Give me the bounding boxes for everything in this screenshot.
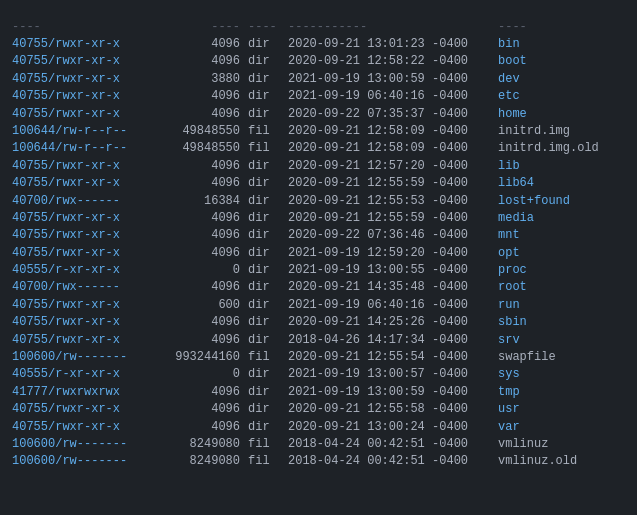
table-row: 40755/rwxr-xr-x 600 dir 2021-09-19 06:40… <box>12 297 625 314</box>
table-row: 40755/rwxr-xr-x 4096 dir 2020-09-21 12:5… <box>12 53 625 70</box>
col-modified: 2018-04-24 00:42:51 -0400 <box>288 453 498 470</box>
col-modified: 2020-09-21 12:55:59 -0400 <box>288 210 498 227</box>
col-name: root <box>498 279 527 296</box>
col-type: dir <box>248 262 288 279</box>
col-modified: 2020-09-21 12:58:22 -0400 <box>288 53 498 70</box>
col-mode: 40755/rwxr-xr-x <box>12 210 160 227</box>
col-mode: 40555/r-xr-xr-x <box>12 366 160 383</box>
col-name: bin <box>498 36 520 53</box>
col-modified: 2018-04-24 00:42:51 -0400 <box>288 436 498 453</box>
col-size: 8249080 <box>160 436 248 453</box>
col-name: var <box>498 419 520 436</box>
col-modified: 2020-09-21 14:35:48 -0400 <box>288 279 498 296</box>
col-mode: 40755/rwxr-xr-x <box>12 175 160 192</box>
table-row: 100644/rw-r--r-- 49848550 fil 2020-09-21… <box>12 123 625 140</box>
table-row: 100600/rw------- 993244160 fil 2020-09-2… <box>12 349 625 366</box>
col-mode: 40755/rwxr-xr-x <box>12 227 160 244</box>
col-type: dir <box>248 279 288 296</box>
col-size: 4096 <box>160 245 248 262</box>
col-size: 0 <box>160 262 248 279</box>
col-size: 4096 <box>160 88 248 105</box>
col-mode: 40755/rwxr-xr-x <box>12 158 160 175</box>
col-size: 4096 <box>160 332 248 349</box>
col-modified: 2020-09-21 14:25:26 -0400 <box>288 314 498 331</box>
col-mode: 40555/r-xr-xr-x <box>12 262 160 279</box>
col-mode: 40700/rwx------ <box>12 193 160 210</box>
col-modified: 2020-09-21 12:55:58 -0400 <box>288 401 498 418</box>
col-modified: 2021-09-19 13:00:55 -0400 <box>288 262 498 279</box>
table-row: 40755/rwxr-xr-x 4096 dir 2020-09-22 07:3… <box>12 227 625 244</box>
col-size: 8249080 <box>160 453 248 470</box>
col-type: dir <box>248 175 288 192</box>
col-mode: 40700/rwx------ <box>12 279 160 296</box>
table-row: 40700/rwx------ 16384 dir 2020-09-21 12:… <box>12 193 625 210</box>
col-size: 4096 <box>160 106 248 123</box>
col-name: media <box>498 210 534 227</box>
col-name: srv <box>498 332 520 349</box>
col-size: 3880 <box>160 71 248 88</box>
terminal: ---- ---- ---- ----------- ---- 40755/rw… <box>12 10 625 505</box>
col-type: dir <box>248 419 288 436</box>
col-modified: 2021-09-19 13:00:57 -0400 <box>288 366 498 383</box>
col-name: vmlinuz <box>498 436 548 453</box>
col-name: etc <box>498 88 520 105</box>
col-mode: 100644/rw-r--r-- <box>12 140 160 157</box>
col-type: fil <box>248 140 288 157</box>
table-row: 40555/r-xr-xr-x 0 dir 2021-09-19 13:00:5… <box>12 366 625 383</box>
col-mode: 40755/rwxr-xr-x <box>12 401 160 418</box>
col-name: sbin <box>498 314 527 331</box>
divider-line: ---- ---- ---- ----------- ---- <box>12 20 625 34</box>
table-row: 40755/rwxr-xr-x 4096 dir 2020-09-21 12:5… <box>12 210 625 227</box>
col-modified: 2020-09-21 12:58:09 -0400 <box>288 123 498 140</box>
table-row: 40755/rwxr-xr-x 4096 dir 2020-09-22 07:3… <box>12 106 625 123</box>
col-modified: 2020-09-21 13:00:24 -0400 <box>288 419 498 436</box>
col-mode: 40755/rwxr-xr-x <box>12 36 160 53</box>
file-table: 40755/rwxr-xr-x 4096 dir 2020-09-21 13:0… <box>12 36 625 471</box>
col-mode: 40755/rwxr-xr-x <box>12 314 160 331</box>
col-type: fil <box>248 123 288 140</box>
col-name: dev <box>498 71 520 88</box>
col-name: run <box>498 297 520 314</box>
col-modified: 2020-09-21 12:58:09 -0400 <box>288 140 498 157</box>
col-size: 993244160 <box>160 349 248 366</box>
col-type: dir <box>248 297 288 314</box>
col-name: mnt <box>498 227 520 244</box>
col-size: 4096 <box>160 384 248 401</box>
col-type: dir <box>248 158 288 175</box>
col-modified: 2020-09-21 12:57:20 -0400 <box>288 158 498 175</box>
col-size: 4096 <box>160 158 248 175</box>
table-row: 100600/rw------- 8249080 fil 2018-04-24 … <box>12 436 625 453</box>
table-row: 40755/rwxr-xr-x 4096 dir 2018-04-26 14:1… <box>12 332 625 349</box>
col-type: dir <box>248 71 288 88</box>
col-name: vmlinuz.old <box>498 453 577 470</box>
col-modified: 2020-09-21 12:55:53 -0400 <box>288 193 498 210</box>
col-type: fil <box>248 349 288 366</box>
col-modified: 2021-09-19 06:40:16 -0400 <box>288 297 498 314</box>
table-row: 100644/rw-r--r-- 49848550 fil 2020-09-21… <box>12 140 625 157</box>
col-size: 4096 <box>160 175 248 192</box>
col-size: 600 <box>160 297 248 314</box>
col-type: fil <box>248 436 288 453</box>
col-size: 4096 <box>160 53 248 70</box>
col-name: proc <box>498 262 527 279</box>
col-type: dir <box>248 36 288 53</box>
col-name: lost+found <box>498 193 570 210</box>
col-mode: 40755/rwxr-xr-x <box>12 245 160 262</box>
col-size: 4096 <box>160 314 248 331</box>
col-modified: 2021-09-19 13:00:59 -0400 <box>288 384 498 401</box>
col-modified: 2021-09-19 12:59:20 -0400 <box>288 245 498 262</box>
col-mode: 40755/rwxr-xr-x <box>12 88 160 105</box>
col-mode: 40755/rwxr-xr-x <box>12 71 160 88</box>
col-name: initrd.img <box>498 123 570 140</box>
col-type: dir <box>248 106 288 123</box>
col-mode: 40755/rwxr-xr-x <box>12 297 160 314</box>
col-mode: 100600/rw------- <box>12 349 160 366</box>
col-name: sys <box>498 366 520 383</box>
col-mode: 40755/rwxr-xr-x <box>12 53 160 70</box>
col-type: dir <box>248 314 288 331</box>
col-size: 49848550 <box>160 123 248 140</box>
col-name: swapfile <box>498 349 556 366</box>
col-mode: 41777/rwxrwxrwx <box>12 384 160 401</box>
col-size: 4096 <box>160 36 248 53</box>
table-row: 40555/r-xr-xr-x 0 dir 2021-09-19 13:00:5… <box>12 262 625 279</box>
